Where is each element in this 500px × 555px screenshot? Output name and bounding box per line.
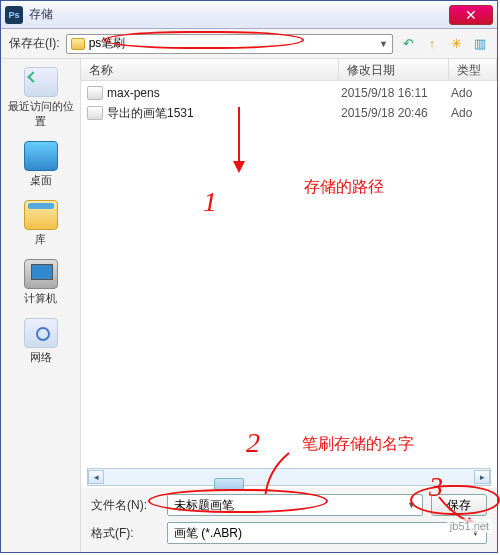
chevron-down-icon: ▼ xyxy=(407,500,416,510)
file-name: max-pens xyxy=(107,86,341,100)
file-row[interactable]: 导出的画笔1531 2015/9/18 20:46 Ado xyxy=(81,103,497,123)
up-one-level-icon[interactable]: ↑ xyxy=(423,35,441,53)
format-label: 格式(F): xyxy=(91,525,159,542)
col-date[interactable]: 修改日期 xyxy=(339,59,449,80)
save-in-label: 保存在(I): xyxy=(9,35,60,52)
folder-icon xyxy=(71,38,85,50)
format-value: 画笔 (*.ABR) xyxy=(174,525,242,542)
annotation-number-1: 1 xyxy=(203,186,217,218)
close-button[interactable]: ✕ xyxy=(449,5,493,25)
filename-label: 文件名(N): xyxy=(91,497,159,514)
save-dialog: Ps 存储 ✕ 保存在(I): ps笔刷 ▼ ↶ ↑ ✳ ▥ 最近访问的位置 桌… xyxy=(0,0,498,553)
file-icon xyxy=(87,86,103,100)
file-type: Ado xyxy=(451,106,491,120)
horizontal-scrollbar[interactable]: ◂ ▸ xyxy=(87,468,491,486)
places-sidebar: 最近访问的位置 桌面 库 计算机 网络 xyxy=(1,59,81,552)
sidebar-item-computer[interactable]: 计算机 xyxy=(3,257,78,308)
file-type: Ado xyxy=(451,86,491,100)
folder-combo[interactable]: ps笔刷 ▼ xyxy=(66,34,393,54)
sidebar-item-libraries[interactable]: 库 xyxy=(3,198,78,249)
col-name[interactable]: 名称 xyxy=(81,59,339,80)
scroll-right-icon[interactable]: ▸ xyxy=(474,470,490,484)
format-combo[interactable]: 画笔 (*.ABR) ▼ xyxy=(167,522,487,544)
file-name: 导出的画笔1531 xyxy=(107,105,341,122)
recent-icon xyxy=(24,67,58,97)
file-row[interactable]: max-pens 2015/9/18 16:11 Ado xyxy=(81,83,497,103)
sidebar-item-label: 最近访问的位置 xyxy=(5,99,76,129)
sidebar-item-network[interactable]: 网络 xyxy=(3,316,78,367)
file-area: 名称 修改日期 类型 max-pens 2015/9/18 16:11 Ado … xyxy=(81,59,497,552)
back-icon[interactable]: ↶ xyxy=(399,35,417,53)
window-title: 存储 xyxy=(29,6,449,23)
file-date: 2015/9/18 16:11 xyxy=(341,86,451,100)
filename-input[interactable]: 未标题画笔 ▼ xyxy=(167,494,423,516)
filename-value: 未标题画笔 xyxy=(174,497,234,514)
network-icon xyxy=(24,318,58,348)
new-folder-icon[interactable]: ✳ xyxy=(447,35,465,53)
watermark: jb51.net xyxy=(447,519,492,533)
sidebar-item-desktop[interactable]: 桌面 xyxy=(3,139,78,190)
file-icon xyxy=(87,106,103,120)
file-date: 2015/9/18 20:46 xyxy=(341,106,451,120)
libraries-icon xyxy=(24,200,58,230)
sidebar-item-label: 网络 xyxy=(30,350,52,365)
titlebar: Ps 存储 ✕ xyxy=(1,1,497,29)
save-button[interactable]: 保存 xyxy=(431,494,487,516)
bottom-panel: 文件名(N): 未标题画笔 ▼ 保存 格式(F): 画笔 (*.ABR) ▼ xyxy=(81,488,497,552)
scroll-thumb[interactable] xyxy=(214,478,244,490)
annotation-text-1: 存储的路径 xyxy=(304,177,384,198)
sidebar-item-label: 计算机 xyxy=(24,291,57,306)
scroll-left-icon[interactable]: ◂ xyxy=(88,470,104,484)
col-type[interactable]: 类型 xyxy=(449,59,497,80)
sidebar-item-label: 库 xyxy=(35,232,46,247)
svg-marker-1 xyxy=(233,161,245,173)
chevron-down-icon: ▼ xyxy=(379,39,388,49)
file-list[interactable]: max-pens 2015/9/18 16:11 Ado 导出的画笔1531 2… xyxy=(81,81,497,466)
annotation-number-2: 2 xyxy=(246,427,260,459)
sidebar-item-label: 桌面 xyxy=(30,173,52,188)
computer-icon xyxy=(24,259,58,289)
annotation-text-2: 笔刷存储的名字 xyxy=(302,434,414,455)
sidebar-item-recent[interactable]: 最近访问的位置 xyxy=(3,65,78,131)
views-icon[interactable]: ▥ xyxy=(471,35,489,53)
location-bar: 保存在(I): ps笔刷 ▼ ↶ ↑ ✳ ▥ xyxy=(1,29,497,59)
desktop-icon xyxy=(24,141,58,171)
app-icon: Ps xyxy=(5,6,23,24)
folder-name: ps笔刷 xyxy=(89,35,126,52)
column-headers[interactable]: 名称 修改日期 类型 xyxy=(81,59,497,81)
